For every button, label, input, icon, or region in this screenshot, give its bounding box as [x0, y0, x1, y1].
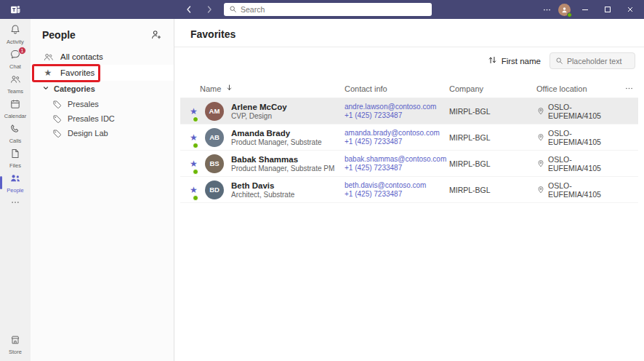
- column-label: Name: [200, 84, 221, 93]
- location-pin-icon: [536, 159, 545, 168]
- sidebar-item-favorites[interactable]: ★ Favorites: [31, 65, 174, 81]
- list-toolbar: First name: [174, 47, 644, 74]
- rail-item-label: Chat: [9, 64, 21, 70]
- favorite-star-icon[interactable]: ★: [190, 133, 205, 142]
- phone-link[interactable]: +1 (425) 7233487: [345, 190, 449, 198]
- favorite-star-icon[interactable]: ★: [190, 159, 205, 168]
- contact-name: Beth Davis: [231, 181, 345, 190]
- rail-item-label: Store: [9, 349, 22, 355]
- user-avatar[interactable]: [558, 4, 571, 16]
- contact-row[interactable]: ★ BD Beth Davis Architect, Substrate bet…: [180, 177, 638, 203]
- email-link[interactable]: amanda.brady@contoso.com: [345, 129, 449, 137]
- tag-icon: [52, 114, 62, 124]
- name-cell: Beth Davis Architect, Substrate: [231, 181, 345, 199]
- rail-item-label: Calls: [9, 138, 22, 144]
- contact-info-cell: beth.davis@contoso.com +1 (425) 7233487: [345, 181, 449, 198]
- contact-info-cell: andre.lawson@contoso.com +1 (425) 723348…: [345, 103, 449, 119]
- avatar-initials: BD: [205, 180, 224, 199]
- sidebar-item-category-presales[interactable]: Presales: [31, 97, 174, 111]
- avatar: AB: [205, 128, 231, 147]
- nav-arrows: [185, 5, 214, 14]
- maximize-button[interactable]: [600, 2, 616, 17]
- table-header-row: Name Contact info Company Office locatio…: [180, 79, 638, 98]
- filter-search-input[interactable]: [567, 57, 629, 66]
- presence-available-icon: [193, 116, 198, 122]
- avatar-initials: AM: [205, 102, 224, 121]
- search-input[interactable]: [241, 5, 427, 14]
- favorites-main: Favorites First name Name: [174, 19, 644, 361]
- bell-icon: [9, 24, 21, 39]
- sidebar-item-category-presales-idc[interactable]: Presales IDC: [31, 111, 174, 126]
- avatar: AM: [205, 102, 231, 121]
- email-link[interactable]: andre.lawson@contoso.com: [345, 103, 449, 111]
- rail-item-chat[interactable]: 1 Chat: [0, 47, 31, 71]
- avatar: BD: [205, 180, 231, 199]
- close-button[interactable]: [622, 2, 638, 17]
- column-header-company[interactable]: Company: [449, 84, 536, 93]
- contact-title: Product Manager, Substrate: [231, 138, 345, 146]
- rail-item-teams[interactable]: Teams: [0, 71, 31, 96]
- contact-row[interactable]: ★ BS Babak Shammas Product Manager, Subs…: [180, 151, 638, 177]
- store-icon: [9, 334, 21, 349]
- company-cell: MIRPL-BGL: [449, 107, 536, 116]
- phone-link[interactable]: +1 (425) 7233487: [345, 111, 449, 119]
- contact-title: CVP, Design: [231, 112, 345, 120]
- search-icon: [229, 3, 237, 16]
- app-body: Activity 1 Chat Teams Calendar Calls: [0, 19, 644, 361]
- contact-info-cell: amanda.brady@contoso.com +1 (425) 723348…: [345, 129, 449, 146]
- email-link[interactable]: babak.shammas@contoso.com: [345, 155, 449, 163]
- presence-available-icon: [193, 143, 198, 148]
- people-icon: [9, 172, 21, 187]
- forward-button[interactable]: [205, 5, 214, 14]
- favorite-star-icon[interactable]: ★: [190, 107, 205, 116]
- office-location-text: OSLO-EUFEMIA/4105: [548, 129, 621, 146]
- tag-icon: [52, 129, 62, 138]
- contact-row[interactable]: ★ AM Arlene McCoy CVP, Design andre.laws…: [180, 98, 638, 124]
- column-header-contact-info[interactable]: Contact info: [345, 84, 449, 93]
- sidebar-section-categories[interactable]: Categories: [31, 81, 174, 97]
- rail-item-activity[interactable]: Activity: [0, 22, 31, 47]
- rail-more-apps[interactable]: [0, 195, 31, 213]
- add-contact-button[interactable]: [150, 28, 162, 41]
- page-title: Favorites: [174, 19, 644, 47]
- table-more-button[interactable]: [624, 84, 634, 93]
- more-icon: [10, 197, 20, 210]
- titlebar-controls: [542, 2, 644, 17]
- sidebar-item-category-design-lab[interactable]: Design Lab: [31, 126, 174, 140]
- sidebar-item-all-contacts[interactable]: All contacts: [31, 49, 174, 65]
- minimize-button[interactable]: [577, 2, 593, 17]
- contacts-table: Name Contact info Company Office locatio…: [180, 79, 638, 203]
- contact-info-cell: babak.shammas@contoso.com +1 (425) 72334…: [345, 155, 449, 172]
- contact-row[interactable]: ★ AB Amanda Brady Product Manager, Subst…: [180, 124, 638, 151]
- avatar: BS: [205, 154, 231, 173]
- presence-available-icon: [193, 169, 198, 175]
- back-button[interactable]: [185, 5, 193, 14]
- phone-link[interactable]: +1 (425) 7233487: [345, 164, 449, 172]
- rail-item-calls[interactable]: Calls: [0, 121, 31, 146]
- arrow-down-icon: [225, 84, 233, 93]
- rail-item-files[interactable]: Files: [0, 146, 31, 170]
- rail-item-store[interactable]: Store: [0, 332, 31, 357]
- company-cell: MIRPL-BGL: [449, 159, 536, 168]
- sidebar-title: People: [42, 29, 76, 41]
- star-icon: ★: [42, 68, 54, 77]
- rail-item-label: Files: [9, 163, 21, 169]
- email-link[interactable]: beth.davis@contoso.com: [345, 181, 449, 189]
- location-pin-icon: [536, 186, 545, 194]
- presence-available-icon: [567, 12, 572, 17]
- column-header-office-location[interactable]: Office location: [536, 84, 621, 93]
- teams-logo-icon[interactable]: [0, 4, 31, 16]
- company-cell: MIRPL-BGL: [449, 133, 536, 142]
- tag-icon: [52, 100, 62, 109]
- rail-item-label: Teams: [7, 89, 23, 95]
- sort-button[interactable]: First name: [488, 55, 541, 66]
- column-header-name[interactable]: Name: [190, 84, 345, 93]
- more-options-icon[interactable]: [542, 5, 552, 15]
- sidebar-item-label: Favorites: [60, 68, 94, 77]
- office-location-text: OSLO-EUFEMIA/4105: [548, 103, 621, 120]
- company-cell: MIRPL-BGL: [449, 186, 536, 194]
- rail-item-people[interactable]: People: [0, 170, 31, 195]
- favorite-star-icon[interactable]: ★: [190, 186, 205, 194]
- rail-item-calendar[interactable]: Calendar: [0, 96, 31, 121]
- phone-link[interactable]: +1 (425) 7233487: [345, 138, 449, 146]
